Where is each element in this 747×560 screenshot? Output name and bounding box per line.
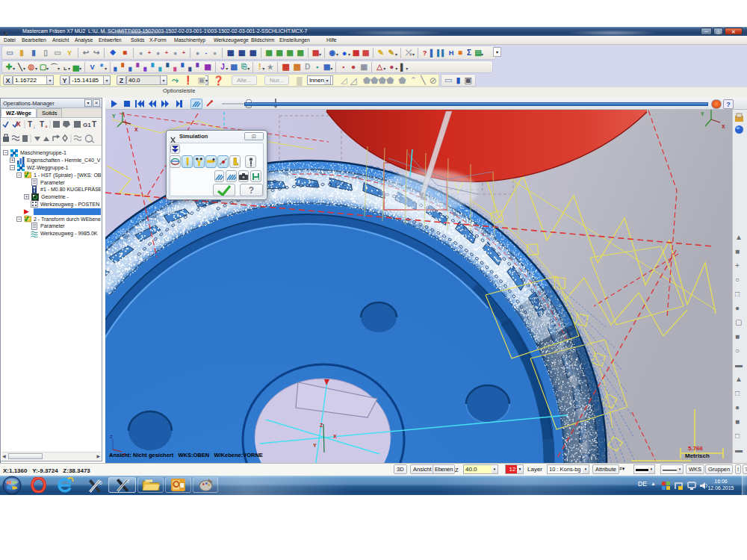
svg-text:X: X — [333, 434, 337, 439]
svg-text:X: X — [134, 127, 138, 132]
svg-text:Z: Z — [320, 423, 323, 428]
svg-text:Z: Z — [110, 435, 113, 439]
svg-text:Y: Y — [701, 111, 704, 116]
svg-text:6: 6 — [99, 479, 102, 486]
svg-text:X: X — [722, 124, 725, 129]
svg-text:7: 7 — [126, 478, 129, 485]
svg-text:5.766: 5.766 — [688, 445, 704, 452]
svg-text:×: × — [45, 124, 48, 129]
svg-text:G1: G1 — [83, 122, 91, 128]
svg-text:Metrisch: Metrisch — [685, 452, 710, 459]
svg-text:Y: Y — [313, 443, 317, 448]
svg-text:T: T — [28, 120, 32, 128]
svg-text:T: T — [92, 120, 96, 128]
svg-text:T: T — [40, 120, 44, 128]
svg-text:Y: Y — [112, 113, 116, 119]
svg-text:↓: ↓ — [33, 124, 36, 129]
svg-text:Ansicht: Nicht gesichert WKS: Ansicht: Nicht gesichert WKS:OBEN W/Kebe… — [109, 452, 263, 458]
